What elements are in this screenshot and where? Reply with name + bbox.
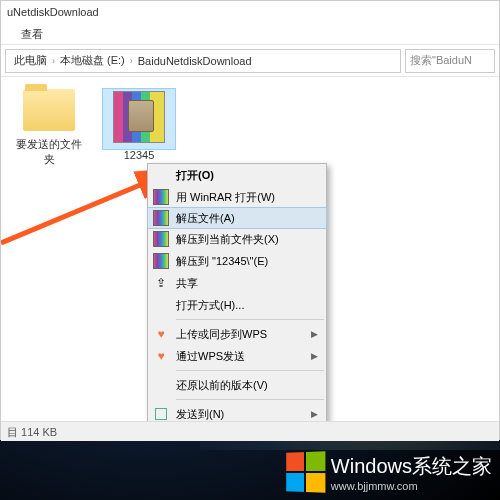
watermark-url: www.bjjmmw.com [331,480,492,492]
folder-item[interactable]: 要发送的文件夹 [13,89,85,167]
search-input[interactable]: 搜索"BaiduN [405,49,495,73]
submenu-arrow-icon: ▶ [311,351,318,361]
context-menu: 打开(O) 用 WinRAR 打开(W) 解压文件(A) 解压到当前文件夹(X)… [147,163,327,421]
winrar-icon [153,231,169,247]
crumb-folder[interactable]: BaiduNetdiskDownload [134,55,256,67]
submenu-arrow-icon: ▶ [311,409,318,419]
folder-label: 要发送的文件夹 [13,137,85,167]
menu-open[interactable]: 打开(O) [148,164,326,186]
breadcrumb[interactable]: 此电脑 › 本地磁盘 (E:) › BaiduNetdiskDownload [5,49,401,73]
submenu-arrow-icon: ▶ [311,329,318,339]
watermark-brand: Windows [331,455,412,477]
menu-separator [176,319,324,320]
menu-extract-here[interactable]: 解压到当前文件夹(X) [148,228,326,250]
winrar-icon [153,253,169,269]
winrar-icon [153,210,169,226]
rar-file-item[interactable]: 12345 [103,89,175,167]
watermark: Windows系统之家 www.bjjmmw.com [285,452,492,492]
wps-icon: ♥ [153,348,169,364]
menu-wps-upload[interactable]: ♥上传或同步到WPS▶ [148,323,326,345]
menu-open-with[interactable]: 打开方式(H)... [148,294,326,316]
file-pane[interactable]: 要发送的文件夹 12345 打开(O) 用 WinRAR 打开(W) 解压文件(… [1,77,499,421]
menu-open-winrar[interactable]: 用 WinRAR 打开(W) [148,186,326,208]
explorer-window: uNetdiskDownload 查看 此电脑 › 本地磁盘 (E:) › Ba… [0,0,500,440]
crumb-drive[interactable]: 本地磁盘 (E:) [56,53,129,68]
send-to-icon [153,406,169,421]
status-bar: 目 114 KB [1,421,499,441]
menu-bar[interactable]: 查看 [1,23,499,45]
menu-restore-previous[interactable]: 还原以前的版本(V) [148,374,326,396]
menu-extract-files[interactable]: 解压文件(A) [147,207,327,229]
rar-archive-icon [113,91,165,143]
wps-icon: ♥ [153,326,169,342]
menu-wps-send[interactable]: ♥通过WPS发送▶ [148,345,326,367]
menu-send-to[interactable]: 发送到(N)▶ [148,403,326,421]
folder-icon [23,89,75,131]
crumb-pc[interactable]: 此电脑 [10,53,51,68]
window-title: uNetdiskDownload [1,1,499,23]
winrar-icon [153,189,169,205]
rar-label: 12345 [103,149,175,161]
windows-logo-icon [286,451,325,493]
menu-share[interactable]: ⇪共享 [148,272,326,294]
watermark-sub: 系统之家 [412,455,492,477]
menu-extract-to[interactable]: 解压到 "12345\"(E) [148,250,326,272]
share-icon: ⇪ [153,275,169,291]
menu-separator [176,370,324,371]
address-row: 此电脑 › 本地磁盘 (E:) › BaiduNetdiskDownload 搜… [1,45,499,77]
menu-separator [176,399,324,400]
